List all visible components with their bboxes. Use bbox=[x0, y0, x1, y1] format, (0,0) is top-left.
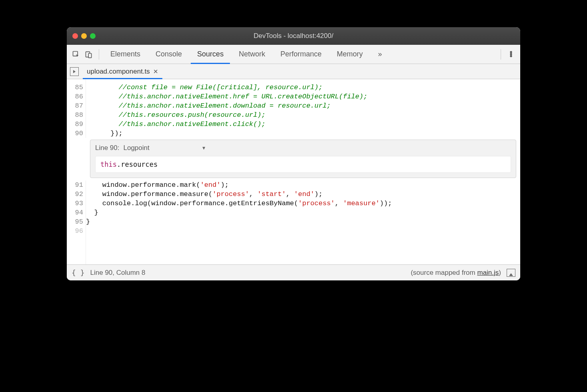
device-toolbar-icon[interactable] bbox=[84, 49, 94, 60]
svg-rect-2 bbox=[88, 53, 92, 58]
line-gutter: 919293949596 bbox=[67, 180, 86, 264]
file-tab-upload-component[interactable]: upload.component.ts ✕ bbox=[83, 64, 162, 79]
logpoint-panel: Line 90: Logpoint ▼ this.resources bbox=[90, 140, 516, 178]
zoom-window-button[interactable] bbox=[90, 33, 96, 39]
separator bbox=[99, 49, 99, 60]
separator bbox=[501, 49, 501, 60]
window-title: DevTools - localhost:4200/ bbox=[67, 32, 520, 40]
logpoint-panel-wrap: Line 90: Logpoint ▼ this.resources bbox=[67, 140, 520, 178]
line-gutter: 858687888990 bbox=[67, 79, 86, 138]
close-window-button[interactable] bbox=[72, 33, 78, 39]
inspect-element-icon[interactable] bbox=[71, 49, 81, 60]
status-bar: { } Line 90, Column 8 (source mapped fro… bbox=[67, 264, 520, 280]
tab-sources[interactable]: Sources bbox=[191, 45, 230, 64]
tab-overflow-button[interactable]: » bbox=[371, 45, 388, 64]
tab-performance[interactable]: Performance bbox=[274, 45, 328, 64]
devtools-window: DevTools - localhost:4200/ ElementsConso… bbox=[67, 27, 520, 280]
logpoint-expression-input[interactable]: this.resources bbox=[95, 156, 511, 173]
code-editor[interactable]: 919293949596 window.performance.mark('en… bbox=[67, 180, 520, 264]
tab-elements[interactable]: Elements bbox=[104, 45, 147, 64]
source-mapped-label: (source mapped from main.js) bbox=[411, 269, 501, 277]
pretty-print-icon[interactable]: { } bbox=[72, 268, 85, 277]
title-bar: DevTools - localhost:4200/ bbox=[67, 27, 520, 45]
drawer-toggle-icon[interactable] bbox=[507, 269, 515, 277]
tab-memory[interactable]: Memory bbox=[330, 45, 369, 64]
close-tab-icon[interactable]: ✕ bbox=[153, 68, 158, 75]
code-content[interactable]: //const file = new File([critical], reso… bbox=[86, 79, 520, 138]
breakpoint-type-value: Logpoint bbox=[124, 144, 150, 152]
settings-kebab-icon[interactable]: ••• bbox=[506, 51, 516, 57]
tab-network[interactable]: Network bbox=[232, 45, 272, 64]
navigator-toggle-icon[interactable] bbox=[70, 67, 79, 76]
file-tab-bar: upload.component.ts ✕ bbox=[67, 64, 520, 79]
source-map-link[interactable]: main.js bbox=[477, 269, 499, 276]
panel-tab-bar: ElementsConsoleSourcesNetworkPerformance… bbox=[67, 45, 520, 64]
cursor-position: Line 90, Column 8 bbox=[90, 269, 146, 277]
logpoint-line-label: Line 90: bbox=[95, 144, 120, 152]
breakpoint-type-dropdown[interactable]: Logpoint ▼ bbox=[124, 144, 206, 152]
minimize-window-button[interactable] bbox=[81, 33, 87, 39]
logpoint-header: Line 90: Logpoint ▼ bbox=[95, 144, 511, 152]
tab-console[interactable]: Console bbox=[149, 45, 188, 64]
traffic-lights bbox=[72, 33, 96, 39]
code-content[interactable]: window.performance.mark('end'); window.p… bbox=[86, 180, 520, 264]
file-tab-label: upload.component.ts bbox=[87, 68, 150, 76]
chevron-down-icon: ▼ bbox=[202, 145, 206, 151]
code-editor[interactable]: 858687888990 //const file = new File([cr… bbox=[67, 79, 520, 138]
